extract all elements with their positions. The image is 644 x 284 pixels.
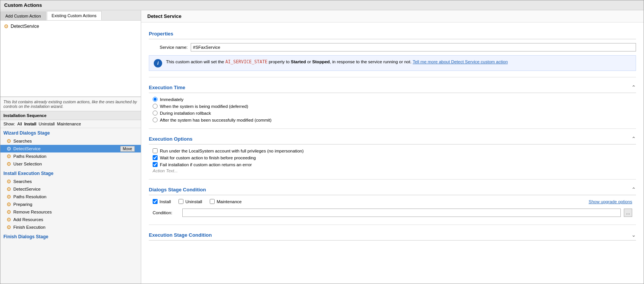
execution-time-section: Execution Time ⌃ Immediately When the sy… — [149, 82, 636, 122]
app-window: Custom Actions Add Custom Action Existin… — [0, 0, 644, 284]
info-text: This custom action will set the AI_SERVI… — [166, 59, 631, 65]
left-panel: Add Custom Action Existing Custom Action… — [0, 10, 141, 284]
seq-item-label: Finish Execution — [13, 225, 45, 229]
seq-item-detectservice-install[interactable]: ⚙ DetectService — [0, 185, 141, 193]
list-note: This list contains already existing cust… — [0, 97, 141, 111]
info-stopped: Stopped — [312, 59, 330, 64]
list-item-label: DetectService — [11, 24, 39, 29]
gear-icon: ⚙ — [6, 224, 11, 230]
checkbox-wait-finish-input[interactable] — [153, 155, 158, 160]
execution-time-options: Immediately When the system is being mod… — [149, 97, 636, 122]
execution-time-collapse-btn[interactable]: ⌃ — [631, 84, 636, 90]
radio-immediately: Immediately — [153, 97, 636, 102]
info-property: AI_SERVICE_STATE — [225, 59, 268, 64]
move-button[interactable]: Move — [120, 146, 135, 152]
gear-icon: ⚙ — [6, 209, 11, 215]
condition-check-install: Install — [153, 199, 171, 204]
show-upgrade-link[interactable]: Show upgrade options — [589, 199, 632, 204]
properties-title: Properties — [149, 29, 636, 39]
radio-rollback-input[interactable] — [153, 111, 158, 116]
execution-stage-condition-collapse-btn[interactable]: ⌄ — [631, 232, 636, 238]
info-box: i This custom action will set the AI_SER… — [149, 55, 636, 71]
seq-item-add-resources[interactable]: ⚙ Add Resources — [0, 216, 141, 223]
tab-add-custom-action[interactable]: Add Custom Action — [0, 11, 46, 20]
info-icon: i — [154, 59, 162, 67]
show-label: Show: — [3, 122, 15, 126]
gear-icon: ⚙ — [6, 146, 11, 152]
condition-install-input[interactable] — [153, 199, 158, 204]
custom-actions-list: ⚙ DetectService — [0, 21, 141, 97]
tab-existing-custom-actions[interactable]: Existing Custom Actions — [47, 11, 102, 20]
execution-stage-condition-title: Execution Stage Condition ⌄ — [149, 229, 636, 241]
execution-options-collapse-btn[interactable]: ⌃ — [631, 136, 636, 142]
properties-section: Properties Service name: i This custom a… — [149, 29, 636, 71]
condition-check-uninstall: Uninstall — [179, 199, 202, 204]
right-header-title: Detect Service — [147, 13, 182, 19]
seq-item-label: Paths Resolution — [13, 194, 46, 199]
show-row: Show: All Install Uninstall Maintenance — [0, 120, 141, 128]
seq-item-finish-execution[interactable]: ⚙ Finish Execution — [0, 223, 141, 231]
radio-deferred-label: When the system is being modified (defer… — [160, 104, 248, 109]
seq-item-paths-resolution-wizard[interactable]: ⚙ Paths Resolution — [0, 152, 141, 160]
list-item-detectservice[interactable]: ⚙ DetectService — [2, 22, 139, 30]
condition-check-maintenance: Maintenance — [210, 199, 242, 204]
info-or: or — [306, 59, 312, 64]
execution-options-section: Execution Options ⌃ Run under the LocalS… — [149, 133, 636, 173]
right-panel: Detect Service Properties Service name: … — [141, 10, 644, 284]
checkbox-fail-error-input[interactable] — [153, 162, 158, 167]
execution-time-title: Execution Time ⌃ — [149, 82, 636, 93]
execution-options-checkboxes: Run under the LocalSystem account with f… — [149, 148, 636, 167]
radio-commit-input[interactable] — [153, 117, 158, 122]
info-mid: property to — [268, 59, 291, 64]
show-all[interactable]: All — [18, 122, 22, 126]
info-link[interactable]: Tell me more about Detect Service custom… — [413, 59, 508, 64]
checkbox-local-system-input[interactable] — [153, 148, 158, 153]
condition-maintenance-input[interactable] — [210, 199, 215, 204]
install-execution-stage-header: Install Execution Stage — [0, 169, 141, 178]
show-install[interactable]: Install — [24, 122, 37, 126]
checkbox-wait-finish: Wait for custom action to finish before … — [153, 155, 636, 160]
seq-item-detectservice-wizard[interactable]: ⚙ DetectService Move — [0, 145, 141, 152]
seq-item-label: Preparing — [13, 202, 32, 207]
seq-item-label: Searches — [13, 139, 32, 143]
condition-uninstall-input[interactable] — [179, 199, 183, 204]
seq-item-remove-resources[interactable]: ⚙ Remove Resources — [0, 208, 141, 216]
install-execution-stage: Install Execution Stage ⚙ Searches ⚙ Det… — [0, 168, 141, 232]
title-bar: Custom Actions — [0, 0, 644, 10]
dialogs-condition-collapse-btn[interactable]: ⌃ — [631, 186, 636, 193]
seq-item-user-selection[interactable]: ⚙ User Selection — [0, 160, 141, 168]
seq-item-label: DetectService — [13, 187, 41, 191]
condition-label: Condition: — [153, 210, 179, 215]
action-text: Action Text... — [149, 168, 636, 173]
radio-immediately-label: Immediately — [160, 97, 183, 102]
condition-install-label: Install — [159, 199, 171, 204]
wizard-dialogs-stage: Wizard Dialogs Stage ⚙ Searches ⚙ Detect… — [0, 128, 141, 168]
checkbox-wait-finish-label: Wait for custom action to finish before … — [160, 156, 256, 160]
gear-icon: ⚙ — [6, 217, 11, 223]
service-name-input[interactable] — [191, 43, 636, 51]
show-uninstall[interactable]: Uninstall — [39, 122, 55, 126]
condition-uninstall-label: Uninstall — [185, 199, 202, 204]
right-header: Detect Service — [141, 10, 644, 22]
show-maintenance[interactable]: Maintenance — [57, 122, 81, 126]
checkbox-fail-error: Fail installation if custom action retur… — [153, 162, 636, 167]
condition-browse-btn[interactable]: … — [624, 209, 632, 217]
seq-item-preparing[interactable]: ⚙ Preparing — [0, 201, 141, 208]
seq-item-label: User Selection — [13, 162, 42, 166]
app-title: Custom Actions — [4, 2, 42, 8]
condition-input-row: Condition: … — [149, 207, 636, 218]
dialogs-condition-section: Dialogs Stage Condition ⌃ Install — [149, 184, 636, 218]
main-content: Add Custom Action Existing Custom Action… — [0, 10, 644, 284]
seq-item-paths-resolution-install[interactable]: ⚙ Paths Resolution — [0, 193, 141, 201]
radio-deferred-input[interactable] — [153, 104, 158, 109]
info-started: Started — [291, 59, 306, 64]
execution-stage-condition-section: Execution Stage Condition ⌄ — [149, 229, 636, 241]
install-sequence-header: Installation Sequence — [0, 111, 141, 120]
seq-item-searches[interactable]: ⚙ Searches — [0, 137, 141, 145]
right-content: Properties Service name: i This custom a… — [141, 22, 644, 284]
radio-immediately-input[interactable] — [153, 97, 158, 102]
seq-item-searches-install[interactable]: ⚙ Searches — [0, 178, 141, 185]
condition-input[interactable] — [182, 209, 621, 217]
finish-dialogs-stage-header: Finish Dialogs Stage — [0, 233, 141, 241]
gear-icon: ⚙ — [6, 138, 11, 144]
